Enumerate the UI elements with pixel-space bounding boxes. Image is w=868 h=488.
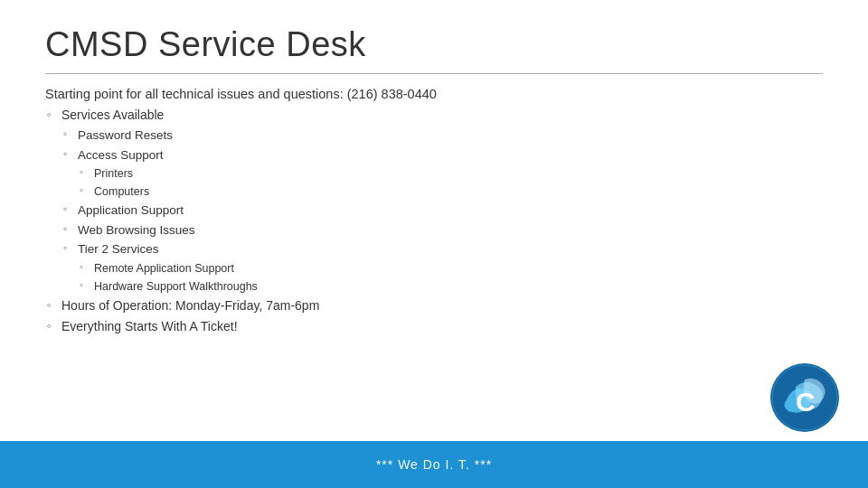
hardware-walkthroughs-item: Hardware Support Walkthroughs bbox=[94, 277, 823, 296]
access-sub-list: Printers Computers bbox=[78, 164, 823, 201]
tier2-sub-list: Remote Application Support Hardware Supp… bbox=[78, 259, 823, 296]
svg-text:C: C bbox=[796, 387, 816, 417]
main-content: CMSD Service Desk Starting point for all… bbox=[0, 0, 868, 488]
bottom-bar: *** We Do I. T. *** bbox=[0, 441, 868, 488]
access-support-label: Access Support bbox=[78, 148, 164, 162]
cmsd-logo: C bbox=[769, 361, 841, 434]
page-title: CMSD Service Desk bbox=[45, 25, 823, 64]
remote-app-support-item: Remote Application Support bbox=[94, 259, 823, 277]
logo-area: C bbox=[769, 361, 841, 434]
printers-item: Printers bbox=[94, 164, 823, 183]
password-resets-item: Password Resets bbox=[78, 126, 823, 145]
bottom-bar-text: *** We Do I. T. *** bbox=[376, 457, 492, 472]
application-support-item: Application Support bbox=[78, 201, 823, 221]
subtitle-text: Starting point for all technical issues … bbox=[45, 87, 823, 101]
services-available-label: Services Available bbox=[61, 108, 164, 122]
computers-item: Computers bbox=[94, 183, 823, 201]
hours-operation-item: Hours of Operation: Monday-Friday, 7am-6… bbox=[61, 296, 823, 316]
web-browsing-item: Web Browsing Issues bbox=[78, 221, 823, 240]
services-sub-list: Password Resets Access Support Printers … bbox=[61, 126, 823, 296]
title-divider bbox=[45, 73, 823, 74]
tier2-services-item: Tier 2 Services Remote Application Suppo… bbox=[78, 239, 823, 296]
ticket-item: Everything Starts With A Ticket! bbox=[61, 316, 823, 337]
top-level-list: Services Available Password Resets Acces… bbox=[45, 105, 823, 337]
slide: CMSD Service Desk Starting point for all… bbox=[0, 0, 868, 488]
access-support-item: Access Support Printers Computers bbox=[78, 145, 823, 202]
tier2-label: Tier 2 Services bbox=[78, 242, 159, 256]
services-available-item: Services Available Password Resets Acces… bbox=[61, 105, 823, 296]
